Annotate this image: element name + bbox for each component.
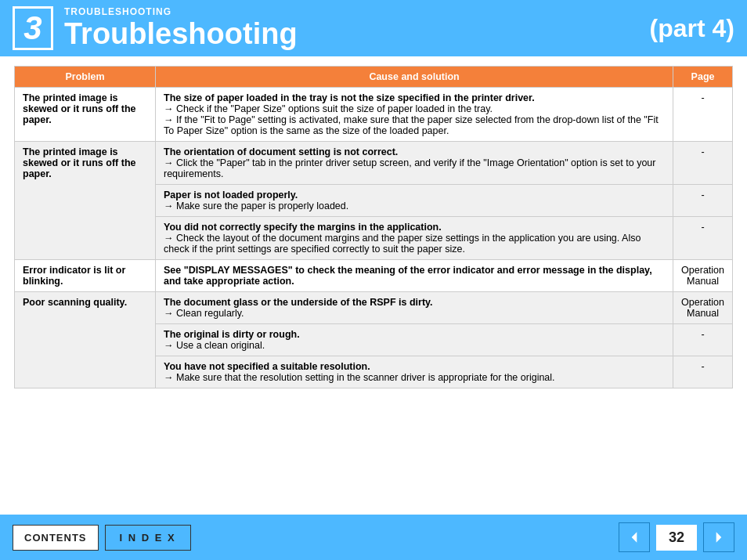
cause-cell: The orientation of document setting is n… (156, 142, 673, 185)
problem-cell: The printed image is skewed or it runs o… (15, 142, 156, 260)
table-row: Poor scanning quality.The document glass… (15, 292, 733, 324)
chapter-number: 3 (23, 9, 42, 47)
svg-marker-1 (716, 532, 722, 542)
cause-title: See "DISPLAY MESSAGES" to check the mean… (164, 265, 652, 287)
cause-header: Cause and solution (156, 67, 673, 88)
cause-title: The size of paper loaded in the tray is … (164, 92, 535, 103)
page-number: 32 (656, 525, 697, 551)
cause-cell: See "DISPLAY MESSAGES" to check the mean… (156, 260, 673, 292)
cause-body: → Check if the "Paper Size" options suit… (164, 103, 659, 136)
cause-cell: You have not specified a suitable resolu… (156, 356, 673, 388)
part-label: (part 4) (650, 14, 734, 43)
chapter-number-box: 3 (13, 6, 53, 50)
header-text-group: TROUBLESHOOTING Troubleshooting (64, 6, 298, 51)
page-cell: - (673, 324, 733, 356)
page-cell: - (673, 356, 733, 388)
cause-title: The document glass or the underside of t… (164, 297, 433, 308)
problem-cell: Error indicator is lit or blinking. (15, 260, 156, 292)
cause-cell: You did not correctly specify the margin… (156, 217, 673, 260)
cause-title: You have not specified a suitable resolu… (164, 361, 370, 372)
cause-cell: The document glass or the underside of t… (156, 292, 673, 324)
page-cell: - (673, 217, 733, 260)
page-cell: - (673, 142, 733, 185)
cause-title: The orientation of document setting is n… (164, 146, 398, 157)
cause-title: The original is dirty or rough. (164, 329, 300, 340)
cause-title: Paper is not loaded properly. (164, 190, 298, 201)
cause-cell: Paper is not loaded properly.→ Make sure… (156, 185, 673, 217)
cause-body: → Make sure the paper is properly loaded… (164, 201, 348, 211)
prev-page-button[interactable] (619, 522, 650, 552)
index-button[interactable]: I N D E X (105, 525, 191, 551)
main-content: Problem Cause and solution Page The prin… (0, 56, 747, 398)
cause-body: → Click the "Paper" tab in the printer d… (164, 157, 655, 179)
page-title: Troubleshooting (64, 17, 298, 51)
next-arrow-icon (711, 529, 727, 545)
cause-title: You did not correctly specify the margin… (164, 222, 442, 233)
problem-cell: The printed image is skewed or it runs o… (15, 88, 156, 142)
problem-header: Problem (15, 67, 156, 88)
contents-button[interactable]: CONTENTS (13, 525, 99, 551)
footer-navigation: 32 (619, 522, 734, 552)
section-label: TROUBLESHOOTING (64, 6, 298, 17)
cause-body: → Check the layout of the document margi… (164, 233, 641, 255)
table-row: Error indicator is lit or blinking.See "… (15, 260, 733, 292)
page-header: 3 TROUBLESHOOTING Troubleshooting (part … (0, 0, 747, 56)
troubleshooting-table: Problem Cause and solution Page The prin… (14, 66, 733, 388)
cause-body: → Make sure that the resolution setting … (164, 372, 555, 383)
next-page-button[interactable] (703, 522, 734, 552)
page-header-cell: Page (673, 67, 733, 88)
cause-body: → Use a clean original. (164, 340, 265, 351)
svg-marker-0 (632, 532, 637, 542)
table-row: The printed image is skewed or it runs o… (15, 88, 733, 142)
prev-arrow-icon (626, 529, 642, 545)
cause-cell: The size of paper loaded in the tray is … (156, 88, 673, 142)
page-footer: CONTENTS I N D E X 32 (0, 515, 747, 560)
page-cell: Operation Manual (673, 292, 733, 324)
cause-body: → Clean regularly. (164, 308, 244, 319)
page-cell: - (673, 88, 733, 142)
problem-cell: Poor scanning quality. (15, 292, 156, 388)
table-header-row: Problem Cause and solution Page (15, 67, 733, 88)
page-cell: - (673, 185, 733, 217)
page-cell: Operation Manual (673, 260, 733, 292)
table-row: The printed image is skewed or it runs o… (15, 142, 733, 185)
cause-cell: The original is dirty or rough.→ Use a c… (156, 324, 673, 356)
